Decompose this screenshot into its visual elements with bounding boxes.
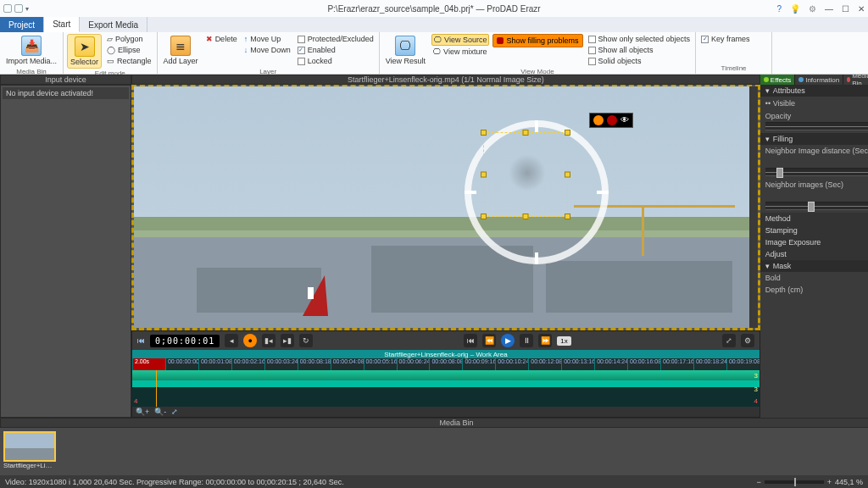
tab-export-media[interactable]: Export Media [80,17,147,32]
neighbor-distance-slider[interactable] [765,168,868,176]
close-button[interactable]: ✕ [858,4,865,14]
show-all-objects-checkbox[interactable]: Show all objects [587,45,693,55]
qat-undo-icon[interactable] [14,4,23,13]
resize-handle[interactable] [481,172,487,178]
record-dot-icon[interactable] [593,115,604,125]
stamping-row[interactable]: Stamping [760,225,868,236]
timeline-tracks[interactable]: 3 3 4 4 [132,370,760,407]
help-icon[interactable]: ? [776,4,782,14]
ribbon-tabs: Project Start Export Media [0,17,868,32]
enabled-checkbox[interactable]: Enabled [296,45,376,55]
forward-button[interactable]: ⏩ [538,334,552,347]
input-device-panel: No input device activated! [0,85,131,418]
media-clip[interactable]: Startflieger+Linsenfleck-orig [3,431,56,469]
tips-icon[interactable]: 💡 [790,4,800,14]
move-up-button[interactable]: ↑Move Up [242,34,292,44]
neighbor-images-slider[interactable] [765,202,868,210]
canvas-vscroll[interactable] [749,86,758,328]
polygon-tool[interactable]: ▱Polygon [105,34,153,44]
timeline-ruler[interactable]: 2.00s 00:00:00:00 00:00:01:08 00:00:02:1… [132,358,760,370]
preview-canvas[interactable]: 👁 [131,85,760,330]
show-filling-problems-button[interactable]: Show filling problems [492,34,582,47]
aircraft-tail [303,275,328,316]
ruler-mark: 00:00:16:08 [627,358,660,370]
delete-layer-button[interactable]: ✖Delete [204,34,239,44]
attributes-header[interactable]: ▾ Attributes [760,85,868,97]
goto-in-button[interactable]: ⏮ [464,334,477,347]
rectangle-tool[interactable]: ▭Rectangle [105,56,153,66]
tab-media-bin[interactable]: Media Bin [843,75,868,85]
move-down-button[interactable]: ↓Move Down [242,45,292,55]
zoom-in-button[interactable]: + [827,478,832,486]
ruler-mark: 00:00:10:24 [495,358,528,370]
qat-save-icon[interactable] [3,4,12,13]
method-row[interactable]: Method [760,213,868,225]
zoom-fit-icon[interactable]: ⤢ [171,408,178,416]
record-button[interactable]: ● [243,334,257,347]
zoom-slider[interactable] [765,480,824,484]
view-result-button[interactable]: 🖵 View Result [383,34,428,67]
visibility-icon[interactable]: 👁 [620,115,629,125]
selector-tool-button[interactable]: ➤ Selector [67,34,102,69]
solid-objects-checkbox[interactable]: Solid objects [587,56,693,66]
minimize-button[interactable]: — [825,4,833,14]
prev-button[interactable]: ◂ [225,334,238,347]
resize-handle[interactable] [565,130,570,136]
resize-handle[interactable] [481,214,487,219]
locked-checkbox[interactable]: Locked [296,56,376,66]
import-media-button[interactable]: 📥 Import Media... [3,34,59,67]
clip-name: Startflieger+Linsenfleck-orig [3,462,56,469]
selection-box[interactable] [483,132,568,217]
resize-handle[interactable] [523,130,529,136]
selector-icon: ➤ [75,36,95,57]
image-exposure-row[interactable]: Image Exposure [760,236,868,248]
bold-label: Bold [765,274,781,282]
zoom-out-icon[interactable]: 🔍- [154,408,166,416]
view-source-button[interactable]: 🖵View Source [431,34,489,46]
zoom-fit-button[interactable]: ⤢ [722,334,736,347]
mask-header[interactable]: ▾ Mask [760,260,868,272]
arrow-down-icon: ↓ [244,45,248,55]
ribbon-group-editmode: ➤ Selector ▱Polygon ◯Ellipse ▭Rectangle … [64,32,158,74]
zoom-in-icon[interactable]: 🔍+ [136,408,149,416]
stop-dot-icon[interactable] [607,115,617,125]
step-fwd-button[interactable]: ▸▮ [281,334,294,347]
adjust-row[interactable]: Adjust▾ [760,248,868,260]
resize-handle[interactable] [481,130,487,136]
ellipse-tool[interactable]: ◯Ellipse [105,45,153,55]
keyframes-checkbox[interactable]: Key frames [699,34,752,44]
resize-handle[interactable] [565,214,570,219]
input-device-message: No input device activated! [3,87,129,99]
settings-button[interactable]: ⚙ [741,334,754,347]
show-only-selected-checkbox[interactable]: Show only selected objects [587,34,693,44]
filling-header[interactable]: ▾ Filling [760,133,868,145]
qat-dropdown-icon[interactable]: ▾ [25,5,29,13]
neighbor-images-label: Neighbor images (Sec) [765,180,843,189]
resize-handle[interactable] [565,172,570,178]
opacity-slider[interactable] [765,122,868,130]
tab-effects[interactable]: Effects [760,75,795,85]
ruler-playhead-time: 2.00s [132,358,165,370]
mask-track[interactable] [132,380,760,387]
playback-speed[interactable]: 1x [557,336,570,346]
tab-project[interactable]: Project [0,17,44,32]
loop-button[interactable]: ↻ [299,334,313,347]
rewind-button[interactable]: ⏪ [482,334,496,347]
ribbon: 📥 Import Media... Media Bin ➤ Selector ▱… [0,32,868,75]
tab-start[interactable]: Start [44,17,80,32]
settings-gear-icon[interactable]: ⚙ [809,4,816,14]
timeline-toolbar: 🔍+ 🔍- ⤢ [132,407,760,417]
step-back-button[interactable]: ▮◂ [262,334,275,347]
video-track[interactable] [132,370,760,380]
zoom-out-button[interactable]: − [756,478,760,486]
protected-checkbox[interactable]: Protected/Excluded [296,34,376,44]
view-mixture-button[interactable]: 🖵View mixture [431,47,489,57]
pause-button[interactable]: ⏸ [520,334,533,347]
playhead[interactable] [156,370,157,407]
resize-handle[interactable] [523,214,529,219]
add-layer-button[interactable]: ≣ Add Layer [161,34,201,67]
tab-information[interactable]: Information [795,75,843,85]
maximize-button[interactable]: ☐ [842,4,849,14]
goto-start-icon[interactable]: ⏮ [137,336,145,345]
play-button[interactable]: ▶ [501,334,515,347]
